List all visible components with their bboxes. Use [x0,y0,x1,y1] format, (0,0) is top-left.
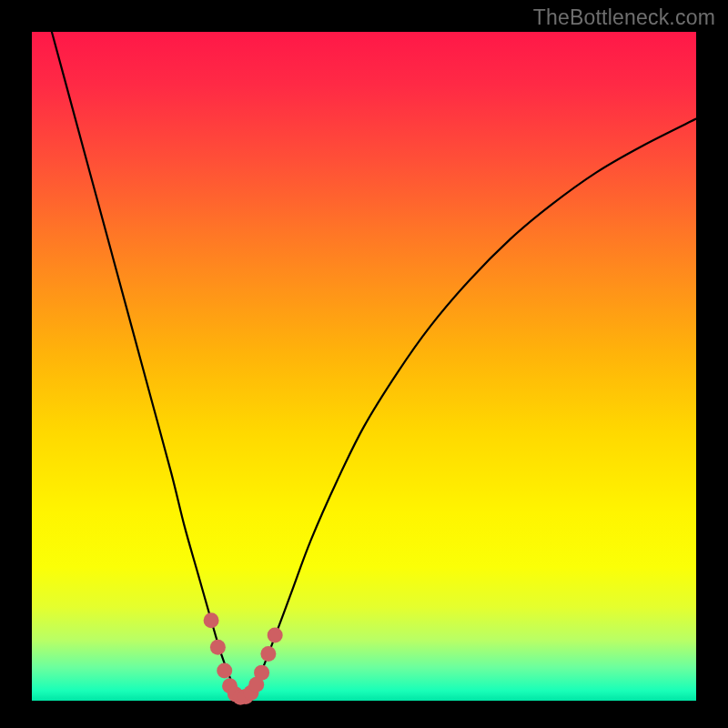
marker-dot [268,627,283,642]
plot-background [32,32,696,701]
marker-dot [210,640,226,655]
chart-frame: TheBottleneck.com [0,0,728,728]
marker-dot [217,662,232,678]
chart-svg [0,0,728,728]
marker-dot [204,612,219,628]
marker-dot [260,646,276,662]
marker-dot [254,665,269,681]
watermark-label: TheBottleneck.com [533,5,715,30]
